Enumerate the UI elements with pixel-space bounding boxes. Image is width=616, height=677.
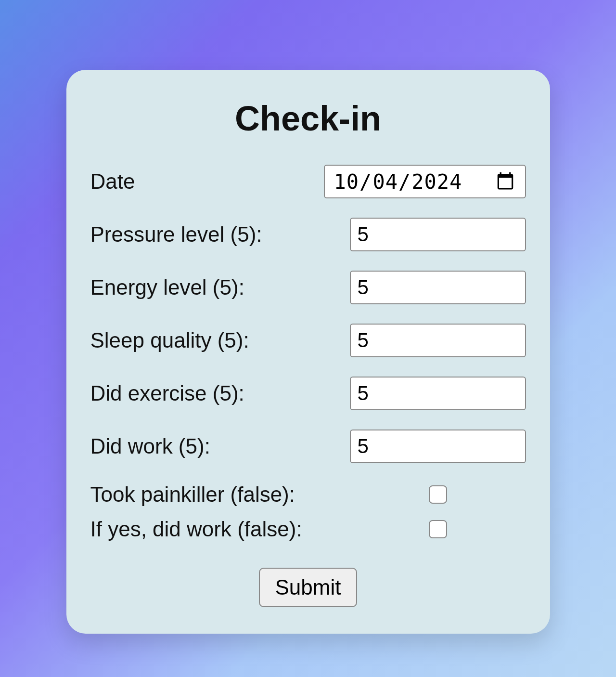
exercise-label: Did exercise (5): xyxy=(90,381,350,405)
row-energy: Energy level (5): xyxy=(90,271,526,304)
sleep-input[interactable] xyxy=(350,324,526,357)
exercise-input[interactable] xyxy=(350,377,526,410)
painkiller-checkbox-wrap xyxy=(350,485,526,504)
date-label: Date xyxy=(90,169,324,194)
submit-button[interactable]: Submit xyxy=(259,568,358,607)
card-title: Check-in xyxy=(90,99,526,138)
submit-row: Submit xyxy=(90,568,526,607)
row-work: Did work (5): xyxy=(90,430,526,463)
row-exercise: Did exercise (5): xyxy=(90,377,526,410)
painkiller-worked-label: If yes, did work (false): xyxy=(90,517,350,541)
row-sleep: Sleep quality (5): xyxy=(90,324,526,357)
row-date: Date xyxy=(90,165,526,198)
painkiller-checkbox[interactable] xyxy=(429,485,447,504)
checkin-card: Check-in Date Pressure level (5): Energy… xyxy=(66,70,550,634)
pressure-label: Pressure level (5): xyxy=(90,222,350,247)
row-painkiller-worked: If yes, did work (false): xyxy=(90,517,526,541)
energy-label: Energy level (5): xyxy=(90,275,350,299)
row-pressure: Pressure level (5): xyxy=(90,218,526,251)
date-input[interactable] xyxy=(324,165,526,198)
painkiller-worked-checkbox-wrap xyxy=(350,520,526,538)
sleep-label: Sleep quality (5): xyxy=(90,328,350,352)
energy-input[interactable] xyxy=(350,271,526,304)
pressure-input[interactable] xyxy=(350,218,526,251)
work-label: Did work (5): xyxy=(90,434,350,458)
work-input[interactable] xyxy=(350,430,526,463)
painkiller-worked-checkbox[interactable] xyxy=(429,520,447,538)
row-painkiller: Took painkiller (false): xyxy=(90,482,526,507)
painkiller-label: Took painkiller (false): xyxy=(90,482,350,507)
